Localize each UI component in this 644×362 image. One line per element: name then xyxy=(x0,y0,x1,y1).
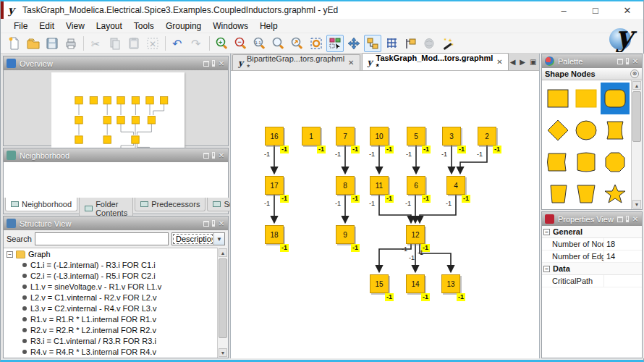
pin-icon[interactable] xyxy=(626,58,629,64)
scroll-down-icon[interactable]: ▼ xyxy=(219,348,227,357)
edge-label-icon[interactable] xyxy=(402,35,419,52)
graph-node-1[interactable]: 1 xyxy=(302,127,321,146)
overview-panel-header[interactable]: Overview ✕ xyxy=(4,56,228,70)
close-icon[interactable]: ✕ xyxy=(218,220,225,227)
close-button[interactable]: ✕ xyxy=(611,1,643,19)
minimize-button[interactable]: – xyxy=(548,1,580,19)
undock-icon[interactable] xyxy=(203,61,209,67)
paste-icon[interactable] xyxy=(125,35,143,52)
search-input[interactable] xyxy=(35,232,169,245)
palette-shape-trapezoid-2[interactable] xyxy=(572,178,601,209)
property-group[interactable]: −Data xyxy=(542,263,642,275)
scroll-down-icon[interactable]: ▼ xyxy=(632,200,641,209)
tab-list-button[interactable]: ▣ xyxy=(530,58,536,66)
palette-shape-trapezoid[interactable] xyxy=(543,178,572,209)
fit-content-icon[interactable] xyxy=(308,35,325,52)
layout-icon[interactable] xyxy=(364,35,381,52)
undock-icon[interactable] xyxy=(203,153,209,159)
palette-header[interactable]: Palette ✕ xyxy=(542,54,642,68)
palette-scrollbar[interactable]: ▲ ▼ xyxy=(631,80,642,209)
collapse-icon[interactable]: − xyxy=(7,251,13,258)
palette-shape-wave-rect-right[interactable] xyxy=(601,114,630,146)
fit-zoom-icon[interactable] xyxy=(289,35,306,52)
tree-item[interactable]: R1.v = R1.R * L1.internal FOR R1.v xyxy=(4,313,217,324)
graph-canvas[interactable]: 16-11-17-110-15-13-12-117-18-111-16-14-1… xyxy=(231,72,539,358)
graph-node-8[interactable]: 8 xyxy=(336,176,355,195)
delete-icon[interactable]: ✕ xyxy=(144,35,161,52)
graph-node-18[interactable]: 18 xyxy=(265,225,284,244)
graph-node-3[interactable]: 3 xyxy=(442,127,461,146)
scroll-thumb[interactable] xyxy=(632,91,641,142)
neighborhood-panel-header[interactable]: Neighborhood ✕ xyxy=(4,148,228,162)
palette-shape-wave-rect-left[interactable] xyxy=(543,146,572,178)
tree-item[interactable]: R3.i = C1.vinternal / R3.R FOR R3.i xyxy=(4,335,217,346)
menu-grouping[interactable]: Grouping xyxy=(160,20,207,33)
undock-icon[interactable] xyxy=(617,59,623,64)
undock-icon[interactable] xyxy=(203,221,209,227)
copy-icon[interactable] xyxy=(106,35,124,52)
palette-shape-octagon[interactable] xyxy=(601,146,630,178)
wizard-icon[interactable]: ★★★ xyxy=(439,35,457,52)
property-row[interactable]: CriticalPath xyxy=(542,275,642,287)
filter-dropdown[interactable]: Description ▼ xyxy=(171,232,225,245)
section-collapse-icon[interactable]: ⊗ xyxy=(630,70,639,78)
tree-item[interactable]: C1.i = (-L2.internal) - R3.i FOR C1.i xyxy=(4,259,217,270)
graph-node-12[interactable]: 12 xyxy=(406,225,425,244)
tree-item[interactable]: R4.v = R4.R * L3.internal FOR R4.v xyxy=(4,346,217,357)
collapse-icon[interactable]: − xyxy=(543,266,550,272)
graph-node-2[interactable]: 2 xyxy=(478,127,496,146)
edit-mode-icon[interactable] xyxy=(326,35,344,52)
graph-node-5[interactable]: 5 xyxy=(407,127,425,146)
graph-node-13[interactable]: 13 xyxy=(441,274,460,293)
graph-node-17[interactable]: 17 xyxy=(265,176,284,195)
graph-node-16[interactable]: 16 xyxy=(265,127,284,146)
palette-shape-round-rectangle[interactable] xyxy=(601,83,630,114)
grid-icon[interactable] xyxy=(383,35,400,52)
edge-11-12[interactable] xyxy=(379,195,411,222)
pin-icon[interactable] xyxy=(212,220,215,227)
menu-file[interactable]: File xyxy=(8,20,33,33)
graph-node-9[interactable]: 9 xyxy=(336,225,355,244)
property-row[interactable]: Number of Nodes18 xyxy=(542,238,642,251)
structure-scrollbar[interactable]: ▲ ▼ xyxy=(217,248,228,358)
undock-icon[interactable] xyxy=(617,216,623,222)
tab-close-icon[interactable]: ✕ xyxy=(348,59,354,67)
tab-prev-button[interactable]: ◀ xyxy=(510,58,516,66)
tree-item[interactable]: L1.v = sineVoltage.v - R1.v FOR L1.v xyxy=(4,281,217,292)
overview-minimap[interactable] xyxy=(51,72,185,159)
document-tab[interactable]: yBipartiteGrap...tors.graphml *✕ xyxy=(232,54,360,70)
tree-item[interactable]: L2.v = C1.vinternal - R2.v FOR L2.v xyxy=(4,292,217,303)
menu-help[interactable]: Help xyxy=(254,20,284,33)
undo-icon[interactable]: ↶ xyxy=(169,35,187,52)
palette-shape-star[interactable] xyxy=(601,178,630,209)
tree-root-row[interactable]: − Graph xyxy=(4,248,217,259)
scroll-thumb[interactable] xyxy=(219,258,227,338)
palette-shape-ellipse[interactable] xyxy=(572,114,601,146)
pan-mode-icon[interactable] xyxy=(345,35,363,52)
graph-node-7[interactable]: 7 xyxy=(336,127,355,146)
tab-predecessors[interactable]: Predecessors xyxy=(135,198,206,211)
menu-windows[interactable]: Windows xyxy=(207,20,254,33)
menu-view[interactable]: View xyxy=(60,20,90,33)
graph-node-6[interactable]: 6 xyxy=(407,176,425,195)
open-icon[interactable] xyxy=(25,35,42,52)
menu-layout[interactable]: Layout xyxy=(90,20,128,33)
properties-header[interactable]: Properties View ✕ xyxy=(542,212,642,226)
pin-icon[interactable] xyxy=(212,152,215,159)
tree-item[interactable]: C2.i = (-L3.internal) - R5.i FOR C2.i xyxy=(4,270,217,281)
collapse-icon[interactable]: − xyxy=(543,229,550,235)
tab-next-button[interactable]: ▶ xyxy=(520,58,525,66)
close-icon[interactable]: ✕ xyxy=(632,216,639,223)
scroll-up-icon[interactable]: ▲ xyxy=(632,81,641,90)
close-icon[interactable]: ✕ xyxy=(218,152,225,159)
palette-shape-rectangle[interactable] xyxy=(543,83,572,114)
document-tab[interactable]: yTaskGraph_Mod...tors.graphml *✕ xyxy=(362,53,509,70)
close-icon[interactable]: ✕ xyxy=(632,58,639,65)
zoom-in-icon[interactable]: + xyxy=(213,35,231,52)
graph-node-10[interactable]: 10 xyxy=(370,127,389,146)
scroll-up-icon[interactable]: ▲ xyxy=(219,248,227,257)
tree-item[interactable]: R5.i = C2.vinternal / R5.R FOR R5.i xyxy=(4,357,217,358)
structure-view-header[interactable]: Structure View ✕ xyxy=(4,216,228,230)
graph-node-11[interactable]: 11 xyxy=(370,176,389,195)
cut-icon[interactable]: ✂ xyxy=(88,35,105,52)
